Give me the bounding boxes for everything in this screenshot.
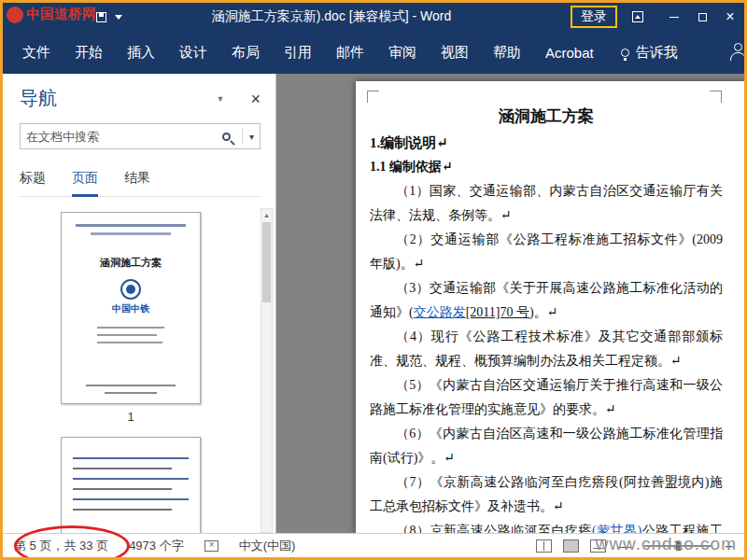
customize-quick-access-toolbar-icon[interactable] — [115, 15, 122, 20]
thumbnail-cover-title: 涵洞施工方案 — [62, 256, 200, 270]
paragraph-6: （6）《内蒙古自治区高速和一级公路施工标准化管理指南(试行)》。↵ — [370, 422, 723, 470]
sign-in-button[interactable]: 登录 — [571, 6, 617, 28]
proofing-errors-icon[interactable] — [204, 540, 218, 552]
window-controls: 登录 × — [571, 3, 744, 31]
navigation-tabs: 标题 页面 结果 — [20, 170, 261, 197]
margin-corner-mark-right — [710, 91, 722, 103]
thumbnail-toc-line — [73, 468, 172, 469]
company-logo-icon — [120, 279, 141, 300]
document-content: 涵洞施工方案 1.编制说明↵ 1.1 编制依据↵ （1）国家、交通运输部、内蒙古… — [356, 81, 744, 533]
navigation-pane: 导航 ▼ × ▾ 标题 页面 结果 涵洞施工方案 — [3, 74, 276, 533]
navigation-pane-header: 导航 ▼ × — [3, 74, 275, 111]
underlined-text: 京新高速公路临河至 — [430, 524, 551, 533]
restore-icon — [698, 13, 707, 21]
thumbnail-text-line — [76, 224, 186, 227]
company-logo-text: 中国中铁 — [62, 302, 200, 315]
margin-corner-mark-left — [367, 91, 379, 103]
thumbnail-column: 涵洞施工方案 中国中铁 1 — [3, 212, 275, 533]
hyperlink-text[interactable]: 交公路发 — [414, 305, 466, 319]
document-area: 涵洞施工方案 1.编制说明↵ 1.1 编制依据↵ （1）国家、交通运输部、内蒙古… — [276, 74, 744, 533]
tab-file[interactable]: 文件 — [10, 35, 63, 70]
tab-home[interactable]: 开始 — [63, 35, 115, 70]
heading-1-1: 1.1 编制依据↵ — [370, 159, 723, 175]
paragraph-4: （4）现行《公路工程技术标准》及其它交通部部颁标准、规范、规程、概预算编制办法及… — [370, 325, 723, 373]
paragraph-7: （7）《京新高速公路临河至白疙瘩段(阿拉善盟境内)施工总承包招标文件》及补遗书。… — [370, 470, 723, 519]
lightbulb-icon — [621, 49, 629, 57]
thumbnail-page-number: 1 — [127, 410, 134, 424]
scrollbar-thumb[interactable] — [262, 222, 271, 302]
paragraph-3: （3）交通运输部《关于开展高速公路施工标准化活动的通知》(交公路发[2011]7… — [370, 276, 723, 325]
search-icon[interactable] — [222, 133, 231, 141]
minimize-icon — [669, 17, 679, 18]
thumbnail-footer-lines — [62, 385, 200, 394]
site-logo-icon — [7, 7, 23, 23]
tab-results[interactable]: 结果 — [124, 170, 150, 196]
tab-review[interactable]: 审阅 — [376, 35, 429, 70]
minimize-button[interactable] — [660, 3, 688, 31]
save-icon[interactable] — [96, 12, 106, 22]
title-bar: 涵洞施工方案京新).doc [兼容模式] - Word 登录 × — [3, 3, 744, 31]
text-segment: 白疙瘩 — [552, 524, 592, 533]
window-title: 涵洞施工方案京新).doc [兼容模式] - Word — [59, 8, 604, 25]
search-input[interactable] — [26, 130, 222, 144]
site-watermark-url: www.cndao.com — [596, 534, 737, 554]
close-button[interactable]: × — [716, 3, 744, 31]
quick-access-toolbar — [96, 12, 122, 22]
thumbnails-scrollbar[interactable]: ▲ — [261, 208, 273, 533]
document-title: 涵洞施工方案 — [370, 105, 723, 127]
paragraph-5: （5）《内蒙古自治区交通运输厅关于推行高速和一级公路施工标准化管理的实施意见》的… — [370, 373, 723, 422]
heading-1: 1.编制说明↵ — [370, 134, 723, 152]
search-box[interactable]: ▾ — [20, 123, 261, 149]
tell-me-label: 告诉我 — [636, 44, 678, 62]
tab-insert[interactable]: 插入 — [115, 35, 167, 70]
document-page[interactable]: 涵洞施工方案 1.编制说明↵ 1.1 编制依据↵ （1）国家、交通运输部、内蒙古… — [356, 81, 744, 533]
thumbnail-toc-line — [73, 498, 189, 500]
tab-layout[interactable]: 布局 — [219, 35, 272, 70]
thumbnail-toc-line — [73, 488, 172, 490]
scroll-up-arrow-icon[interactable]: ▲ — [263, 209, 270, 222]
hyperlink-text[interactable]: (蒙甘界) — [592, 524, 641, 533]
tab-pages[interactable]: 页面 — [72, 170, 98, 197]
tab-help[interactable]: 帮助 — [481, 35, 533, 70]
paragraph-1: （1）国家、交通运输部、内蒙古自治区交通运输厅有关法律、法规、条例等。↵ — [370, 179, 723, 228]
thumbnail-toc-line — [73, 457, 189, 459]
word-count[interactable]: 4973 个字 — [129, 538, 184, 554]
page-2-thumbnail[interactable] — [61, 437, 201, 533]
text-segment: （8） — [396, 524, 430, 533]
navigation-pane-title: 导航 — [20, 86, 217, 111]
tab-headings[interactable]: 标题 — [20, 170, 46, 196]
page-indicator[interactable]: 第 5 页，共 33 页 — [14, 538, 108, 554]
ribbon-tab-bar: 文件 开始 插入 设计 布局 引用 邮件 审阅 视图 帮助 Acrobat 告诉… — [3, 31, 744, 74]
read-mode-view-icon[interactable] — [536, 539, 552, 553]
word-application-window: 涵洞施工方案京新).doc [兼容模式] - Word 登录 × 文件 开始 插… — [0, 0, 747, 560]
thumbnail-text-line — [91, 232, 171, 235]
language-indicator[interactable]: 中文(中国) — [239, 538, 296, 554]
site-watermark-name: 中国道桥网 — [26, 6, 96, 23]
ribbon-display-options-icon[interactable] — [632, 11, 643, 22]
tab-view[interactable]: 视图 — [429, 35, 481, 70]
print-layout-view-icon[interactable] — [563, 539, 579, 553]
tell-me-control[interactable]: 告诉我 — [621, 44, 678, 62]
text-segment: )。↵ — [529, 305, 557, 319]
paragraph-8: （8）京新高速公路临河至白疙瘩(蒙甘界)公路工程施工设计图纸及相关文件。↵ — [370, 519, 723, 533]
share-user-icon[interactable] — [730, 43, 744, 61]
underlined-text: [2011]70 号 — [466, 305, 529, 319]
paragraph-2: （2）交通运输部《公路工程标准施工招标文件》(2009 年版)。↵ — [370, 228, 723, 276]
thumbnail-form-lines — [97, 327, 200, 343]
page-thumbnails-panel: 涵洞施工方案 中国中铁 1 — [3, 197, 275, 533]
pane-close-icon[interactable]: × — [250, 91, 261, 107]
site-watermark-top-left: 中国道桥网 — [7, 6, 96, 23]
page-1-thumbnail[interactable]: 涵洞施工方案 中国中铁 — [61, 212, 201, 404]
thumbnail-toc-line — [73, 478, 189, 480]
search-options-chevron-icon[interactable]: ▾ — [242, 128, 254, 145]
pane-options-chevron-icon[interactable]: ▼ — [217, 94, 225, 104]
main-area: 导航 ▼ × ▾ 标题 页面 结果 涵洞施工方案 — [3, 74, 744, 533]
tab-mailings[interactable]: 邮件 — [324, 35, 376, 70]
restore-button[interactable] — [688, 3, 716, 31]
tab-design[interactable]: 设计 — [167, 35, 219, 70]
tab-references[interactable]: 引用 — [272, 35, 324, 70]
thumbnail-toc-line — [73, 509, 172, 511]
tab-acrobat[interactable]: Acrobat — [533, 36, 606, 69]
